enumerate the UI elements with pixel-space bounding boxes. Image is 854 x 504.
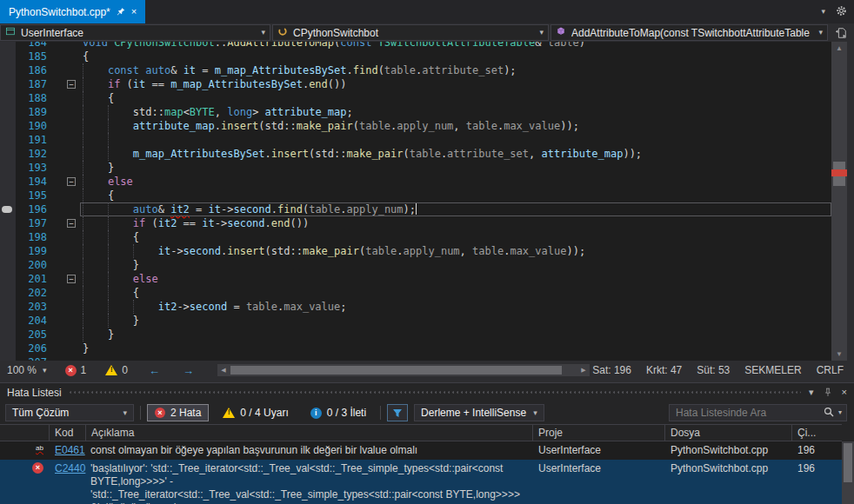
- breakpoint-margin[interactable]: [0, 175, 16, 189]
- member-dropdown[interactable]: AddAttributeToMap(const TSwitchbottAttri…: [550, 24, 828, 41]
- breakpoint-margin[interactable]: [0, 202, 16, 216]
- breakpoint-margin[interactable]: [0, 300, 16, 314]
- zoom-control[interactable]: 100 % ▾: [0, 364, 56, 376]
- code-line: 187− if (it == m_map_AttributesBySet.end…: [0, 77, 831, 91]
- breakpoint-margin[interactable]: [0, 119, 16, 133]
- toggle-header-source-button[interactable]: [830, 24, 852, 41]
- breakpoint-margin[interactable]: [0, 258, 16, 272]
- code-text: }: [80, 342, 831, 355]
- error-code-link[interactable]: C2440: [55, 462, 85, 474]
- code-line: 200 }: [0, 258, 831, 272]
- breakpoint-margin[interactable]: [0, 50, 16, 63]
- window-position-icon[interactable]: ▾: [809, 388, 814, 397]
- code-line: 185{: [0, 50, 831, 63]
- error-row[interactable]: C2440 'başlatılıyor': 'std::_Tree_iterat…: [0, 460, 842, 504]
- pin-icon[interactable]: [117, 7, 125, 17]
- warning-count-badge[interactable]: 0: [96, 364, 137, 376]
- fold-margin: [54, 314, 80, 328]
- breakpoint-margin[interactable]: [0, 147, 16, 161]
- status-tabs-mode[interactable]: SEKMELER: [744, 364, 801, 376]
- breakpoint-margin[interactable]: [0, 77, 16, 91]
- fold-margin: [54, 133, 80, 147]
- scroll-right-icon[interactable]: ▶: [577, 364, 590, 376]
- project-dropdown[interactable]: UserInterface ▾: [0, 24, 270, 41]
- column-project[interactable]: Proje: [533, 425, 665, 441]
- scrollbar-error-marker[interactable]: [831, 169, 847, 176]
- chevron-down-icon: ▾: [818, 29, 823, 36]
- type-dropdown[interactable]: CPythonSwitchbot ▾: [272, 24, 549, 41]
- close-icon[interactable]: ×: [842, 388, 847, 397]
- code-editor[interactable]: 184void CPythonSwitchbot::AddAttributeTo…: [0, 42, 831, 361]
- scrollbar-thumb[interactable]: [844, 443, 852, 482]
- breakpoint-margin[interactable]: [0, 189, 16, 202]
- column-line[interactable]: Çi...: [792, 425, 842, 441]
- breakpoint-margin[interactable]: [0, 286, 16, 300]
- fold-collapse-icon[interactable]: −: [67, 275, 76, 283]
- fold-collapse-icon[interactable]: −: [67, 177, 76, 186]
- error-row[interactable]: ab E0461 const olmayan bir öğeye yapılan…: [0, 441, 842, 460]
- code-line: 203 it2->second = table.max_value;: [0, 300, 831, 314]
- status-line-ending[interactable]: CRLF: [817, 364, 844, 376]
- chevron-down-icon: ▾: [533, 409, 537, 417]
- scroll-down-icon[interactable]: ▼: [831, 348, 847, 361]
- code-text: it2->second = table.max_value;: [80, 300, 831, 314]
- status-column[interactable]: Süt: 53: [697, 364, 730, 376]
- status-character[interactable]: Krkt: 47: [646, 364, 682, 376]
- filter-button[interactable]: [387, 404, 408, 421]
- code-text: attribute_map.insert(std::make_pair(tabl…: [80, 119, 831, 133]
- line-number: 203: [16, 300, 54, 314]
- search-icon[interactable]: [824, 407, 834, 420]
- breakpoint-margin[interactable]: [0, 42, 16, 50]
- errors-filter-button[interactable]: 2 Hata: [147, 404, 209, 421]
- breakpoint-margin[interactable]: [0, 314, 16, 328]
- scrollbar-track[interactable]: [831, 55, 847, 348]
- chevron-down-icon[interactable]: ▾: [838, 409, 842, 416]
- gear-icon[interactable]: [836, 5, 847, 19]
- editor-horizontal-scrollbar[interactable]: ◀ ▶: [217, 364, 590, 376]
- indent-guide: [83, 175, 83, 189]
- breakpoint-margin[interactable]: [0, 216, 16, 230]
- breakpoint-margin[interactable]: [0, 244, 16, 258]
- fold-collapse-icon[interactable]: −: [67, 80, 76, 89]
- scroll-up-icon[interactable]: ▲: [831, 42, 847, 55]
- breakpoint-margin[interactable]: [0, 133, 16, 147]
- fold-margin: −: [54, 175, 80, 189]
- line-number: 204: [16, 314, 54, 328]
- tab-pythonswitchbot[interactable]: PythonSwitchbot.cpp* ×: [0, 0, 145, 23]
- error-list-scrollbar[interactable]: [842, 441, 854, 504]
- scrollbar-track[interactable]: [230, 364, 577, 376]
- navigate-forward-icon[interactable]: →: [171, 364, 205, 377]
- source-filter-dropdown[interactable]: Derleme + IntelliSense ▾: [414, 404, 544, 421]
- line-number: 185: [16, 50, 54, 63]
- pin-icon[interactable]: [824, 388, 832, 397]
- column-file[interactable]: Dosya: [665, 425, 792, 441]
- tab-list-chevron-icon[interactable]: ▾: [821, 8, 825, 16]
- column-severity[interactable]: [0, 425, 50, 441]
- breakpoint-margin[interactable]: [0, 230, 16, 244]
- breakpoint-margin[interactable]: [0, 342, 16, 355]
- close-icon[interactable]: ×: [131, 7, 137, 17]
- error-count-badge[interactable]: 1: [56, 364, 97, 376]
- fold-collapse-icon[interactable]: −: [67, 219, 76, 228]
- messages-filter-button[interactable]: 0 / 3 İleti: [303, 404, 374, 421]
- breakpoint-margin[interactable]: [0, 63, 16, 77]
- indent-guide: [108, 202, 109, 216]
- editor-vertical-scrollbar[interactable]: ▲ ▼: [831, 42, 847, 361]
- error-code-link[interactable]: E0461: [55, 444, 85, 456]
- drag-grip[interactable]: [70, 390, 801, 395]
- status-line[interactable]: Sat: 196: [592, 364, 631, 376]
- search-input[interactable]: [676, 407, 819, 419]
- column-description[interactable]: Açıklama: [86, 425, 533, 441]
- scroll-left-icon[interactable]: ◀: [217, 364, 230, 376]
- column-code[interactable]: Kod: [50, 425, 86, 441]
- scrollbar-thumb[interactable]: [230, 366, 562, 375]
- breakpoint-margin[interactable]: [0, 105, 16, 119]
- warnings-filter-button[interactable]: 0 / 4 Uyarı: [215, 404, 296, 421]
- breakpoint-margin[interactable]: [0, 91, 16, 105]
- breakpoint-margin[interactable]: [0, 328, 16, 342]
- navigate-back-icon[interactable]: ←: [137, 364, 171, 377]
- line-number: 191: [16, 133, 54, 147]
- breakpoint-margin[interactable]: [0, 161, 16, 175]
- breakpoint-margin[interactable]: [0, 272, 16, 286]
- scope-filter-dropdown[interactable]: Tüm Çözüm ▾: [5, 404, 134, 421]
